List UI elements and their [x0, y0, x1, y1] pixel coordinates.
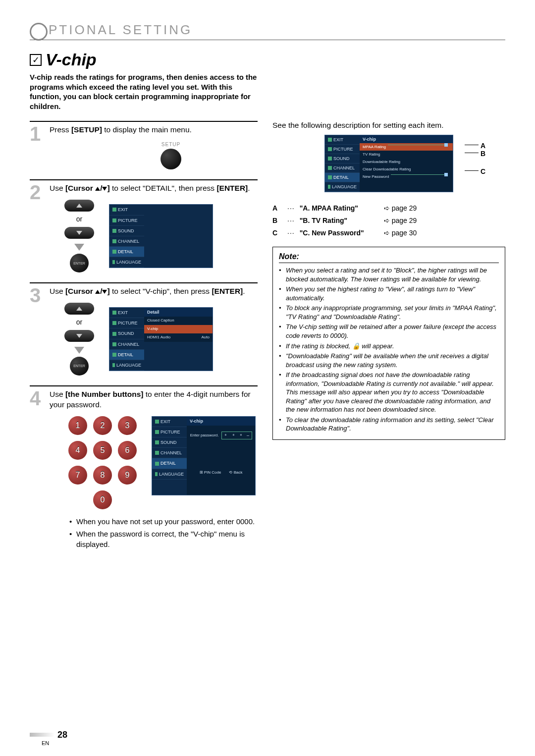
- cursor-up-button-icon: [64, 303, 94, 315]
- header-text: PTIONAL SETTING: [49, 22, 192, 38]
- or-label: or: [76, 215, 82, 224]
- step-number: 1: [30, 125, 45, 169]
- step-1-text: Press [SETUP] to display the main menu. …: [50, 125, 258, 169]
- list-item: When you set the highest rating to "View…: [279, 285, 499, 302]
- arrow-right-icon: ➪: [384, 229, 390, 237]
- number-keypad-illustration: 1 2 3 4 5 6 7 8 9 0: [68, 416, 137, 509]
- section-title: V-chip: [46, 50, 97, 69]
- or-label: or: [76, 318, 82, 327]
- list-item: The V-chip setting will be retained afte…: [279, 323, 499, 340]
- callout-a: A: [481, 142, 485, 150]
- step-number: 4: [30, 389, 45, 551]
- list-item: If the rating is blocked, 🔒 will appear.: [279, 342, 499, 351]
- vchip-osd-overview: EXIT PICTURE SOUND CHANNEL DETAIL LANGUA…: [272, 135, 505, 192]
- note-box: Note: When you select a rating and set i…: [272, 247, 505, 440]
- enter-password-label: Enter password.: [190, 433, 219, 438]
- step-1: 1 Press [SETUP] to display the main menu…: [30, 121, 258, 169]
- list-item: When the password is correct, the "V-chi…: [69, 529, 258, 549]
- step-4-text: Use [the Number buttons] to enter the 4-…: [50, 389, 258, 551]
- osd-menu-step2: EXIT PICTURE SOUND CHANNEL DETAIL LANGUA…: [109, 204, 213, 268]
- step-2: 2 Use [Cursor /] to select "DETAIL", the…: [30, 179, 258, 272]
- key-1: 1: [68, 416, 87, 435]
- cursor-down-icon: [102, 187, 107, 191]
- right-description: See the following description for settin…: [272, 121, 505, 130]
- table-row: C··· "C. New Password" ➪page 30: [272, 227, 505, 239]
- key-6: 6: [118, 441, 137, 460]
- setup-button-icon: [160, 149, 181, 169]
- arrow-right-icon: ➪: [384, 204, 390, 212]
- step-number: 2: [30, 183, 45, 272]
- arrow-right-icon: ➪: [384, 216, 390, 224]
- osd-menu-step3: EXIT PICTURE SOUND CHANNEL DETAIL LANGUA…: [109, 307, 213, 371]
- note-title: Note:: [279, 251, 499, 264]
- cursor-down-icon: [102, 290, 107, 294]
- arrow-down-icon: [74, 244, 84, 251]
- osd-menu-step4: EXIT PICTURE SOUND CHANNEL DETAIL LANGUA…: [152, 416, 256, 495]
- table-row: B··· "B. TV Rating" ➪page 29: [272, 215, 505, 227]
- key-7: 7: [68, 466, 87, 485]
- intro-paragraph: V-chip reads the ratings for programs, t…: [30, 72, 258, 111]
- key-2: 2: [93, 416, 112, 435]
- table-row: A··· "A. MPAA Rating" ➪page 29: [272, 202, 505, 215]
- page-lang: EN: [42, 740, 258, 746]
- list-item: When you have not set up your password, …: [69, 516, 258, 527]
- setup-label: SETUP: [161, 141, 180, 148]
- reference-table: A··· "A. MPAA Rating" ➪page 29 B··· "B. …: [272, 202, 505, 240]
- key-9: 9: [118, 466, 137, 485]
- key-0: 0: [93, 490, 112, 509]
- cursor-down-button-icon: [64, 227, 94, 239]
- callout-b: B: [481, 150, 485, 158]
- cursor-up-button-icon: [64, 200, 94, 212]
- step-number: 3: [30, 286, 45, 376]
- key-4: 4: [68, 441, 87, 460]
- key-8: 8: [93, 466, 112, 485]
- cursor-up-icon: [95, 290, 100, 294]
- left-column: 1 Press [SETUP] to display the main menu…: [30, 121, 258, 746]
- key-5: 5: [93, 441, 112, 460]
- page-footer: 28 EN: [30, 730, 258, 746]
- setup-button-illustration: SETUP: [84, 141, 258, 170]
- arrow-down-icon: [74, 347, 84, 354]
- list-item: When you select a rating and set it to "…: [279, 266, 499, 283]
- callout-c: C: [481, 167, 485, 175]
- enter-button-icon: ENTER: [70, 254, 89, 272]
- step-4: 4 Use [the Number buttons] to enter the …: [30, 385, 258, 551]
- cursor-buttons-illustration: or ENTER: [64, 200, 94, 272]
- section-title-row: ✓ V-chip: [30, 50, 505, 69]
- cursor-up-icon: [95, 187, 100, 191]
- page-number: 28: [57, 730, 67, 740]
- password-mask: ＊ ＊ ＊ –: [221, 432, 252, 439]
- step-2-text: Use [Cursor /] to select "DETAIL", then …: [50, 183, 258, 272]
- step-3-text: Use [Cursor /] to select "V-chip", then …: [50, 286, 258, 376]
- list-item: If the broadcasting signal does not have…: [279, 371, 499, 414]
- cursor-buttons-illustration: or ENTER: [64, 303, 94, 376]
- list-item: To block any inappropriate programming, …: [279, 304, 499, 321]
- step-3: 3 Use [Cursor /] to select "V-chip", the…: [30, 282, 258, 376]
- step4-notes: When you have not set up your password, …: [69, 516, 258, 549]
- page-header: O PTIONAL SETTING: [30, 20, 505, 40]
- footer-gradient-icon: [30, 733, 54, 737]
- cursor-down-button-icon: [64, 330, 94, 342]
- key-3: 3: [118, 416, 137, 435]
- decorative-o-icon: O: [30, 23, 48, 41]
- checkbox-icon: ✓: [30, 54, 42, 66]
- enter-button-icon: ENTER: [70, 357, 89, 376]
- right-column: See the following description for settin…: [272, 121, 505, 746]
- list-item: "Downloadable Rating" will be available …: [279, 352, 499, 369]
- osd-vchip-menu: EXIT PICTURE SOUND CHANNEL DETAIL LANGUA…: [324, 135, 453, 192]
- list-item: To clear the downloadable rating informa…: [279, 416, 499, 433]
